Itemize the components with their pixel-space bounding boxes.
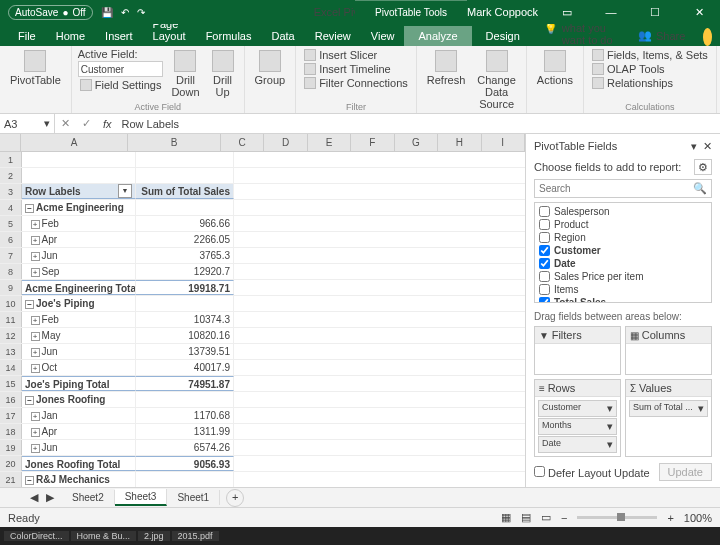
rows-area[interactable]: ≡ RowsCustomer▾Months▾Date▾ — [534, 379, 621, 457]
col-header[interactable]: G — [395, 134, 438, 151]
zoom-level[interactable]: 100% — [684, 512, 712, 524]
insert-timeline-button[interactable]: Insert Timeline — [302, 62, 410, 76]
grid-row[interactable]: 10−Joe's Piping — [0, 296, 525, 312]
enter-formula-icon[interactable]: ✓ — [76, 117, 97, 130]
zoom-out-icon[interactable]: − — [561, 512, 567, 524]
field-item[interactable]: Items — [537, 283, 709, 296]
view-normal-icon[interactable]: ▦ — [501, 511, 511, 524]
field-item[interactable]: Salesperson — [537, 205, 709, 218]
fx-icon[interactable]: fx — [97, 118, 118, 130]
relationships-button[interactable]: Relationships — [590, 76, 710, 90]
col-header[interactable]: D — [264, 134, 307, 151]
col-header[interactable]: A — [21, 134, 129, 151]
grid-row[interactable]: 1 — [0, 152, 525, 168]
windows-taskbar[interactable]: ColorDirect... Home & Bu... 2.jpg 2015.p… — [0, 527, 720, 545]
tab-data[interactable]: Data — [261, 26, 304, 46]
taskbar-item[interactable]: ColorDirect... — [4, 531, 69, 541]
grid-row[interactable]: 21−R&J Mechanics — [0, 472, 525, 487]
grid-row[interactable]: 8 +Sep12920.7 — [0, 264, 525, 280]
area-chip[interactable]: Customer▾ — [538, 400, 617, 417]
grid-row[interactable]: 20Jones Roofing Total9056.93 — [0, 456, 525, 472]
grid-row[interactable]: 9Acme Engineering Total19918.71 — [0, 280, 525, 296]
sheet-nav-next-icon[interactable]: ▶ — [46, 491, 54, 504]
col-header[interactable]: H — [438, 134, 481, 151]
close-icon[interactable]: ✕ — [684, 6, 714, 19]
tab-home[interactable]: Home — [46, 26, 95, 46]
grid-row[interactable]: 4−Acme Engineering — [0, 200, 525, 216]
grid-row[interactable]: 11 +Feb10374.3 — [0, 312, 525, 328]
sheet-tab[interactable]: Sheet1 — [167, 490, 220, 505]
field-search-input[interactable] — [539, 183, 693, 194]
col-header[interactable]: B — [128, 134, 221, 151]
filter-connections-button[interactable]: Filter Connections — [302, 76, 410, 90]
pane-close-icon[interactable]: ✕ — [703, 140, 712, 152]
grid-row[interactable]: 17 +Jan1170.68 — [0, 408, 525, 424]
redo-icon[interactable]: ↷ — [137, 7, 145, 18]
taskbar-item[interactable]: Home & Bu... — [71, 531, 137, 541]
grid-row[interactable]: 2 — [0, 168, 525, 184]
col-header[interactable]: F — [351, 134, 394, 151]
tab-file[interactable]: File — [8, 26, 46, 46]
grid-row[interactable]: 14 +Oct40017.9 — [0, 360, 525, 376]
columns-area[interactable]: ▦ Columns — [625, 326, 712, 375]
view-page-layout-icon[interactable]: ▤ — [521, 511, 531, 524]
tab-review[interactable]: Review — [305, 26, 361, 46]
defer-layout-checkbox[interactable]: Defer Layout Update — [534, 466, 650, 479]
worksheet-grid[interactable]: A B C D E F G H I 123Row Labels▼Sum of T… — [0, 134, 525, 487]
field-item[interactable]: Date — [537, 257, 709, 270]
taskbar-item[interactable]: 2.jpg — [138, 531, 170, 541]
olap-tools-button[interactable]: OLAP Tools — [590, 62, 710, 76]
tab-view[interactable]: View — [361, 26, 405, 46]
tab-formulas[interactable]: Formulas — [196, 26, 262, 46]
pane-dropdown-icon[interactable]: ▾ — [691, 140, 697, 152]
grid-row[interactable]: 3Row Labels▼Sum of Total Sales — [0, 184, 525, 200]
grid-row[interactable]: 13 +Jun13739.51 — [0, 344, 525, 360]
sheet-tab[interactable]: Sheet3 — [115, 489, 168, 506]
col-header[interactable]: C — [221, 134, 264, 151]
grid-row[interactable]: 5 +Feb966.66 — [0, 216, 525, 232]
area-chip[interactable]: Months▾ — [538, 418, 617, 435]
grid-row[interactable]: 7 +Jun3765.3 — [0, 248, 525, 264]
select-all-corner[interactable] — [0, 134, 21, 151]
maximize-icon[interactable]: ☐ — [640, 6, 670, 19]
minimize-icon[interactable]: — — [596, 6, 626, 18]
field-search[interactable]: 🔍 — [534, 179, 712, 198]
update-button[interactable]: Update — [659, 463, 712, 481]
ribbon-options-icon[interactable]: ▭ — [552, 6, 582, 19]
zoom-in-icon[interactable]: + — [667, 512, 673, 524]
drill-down-button[interactable]: Drill Down — [167, 48, 203, 100]
name-box[interactable]: A3 — [4, 118, 17, 130]
undo-icon[interactable]: ↶ — [121, 7, 129, 18]
grid-row[interactable]: 19 +Jun6574.26 — [0, 440, 525, 456]
grid-row[interactable]: 15Joe's Piping Total74951.87 — [0, 376, 525, 392]
area-chip[interactable]: Sum of Total ...▾ — [629, 400, 708, 417]
field-item[interactable]: Total Sales — [537, 296, 709, 303]
share-button[interactable]: 👥Share — [628, 25, 695, 46]
cancel-formula-icon[interactable]: ✕ — [55, 117, 76, 130]
filters-area[interactable]: ▼ Filters — [534, 326, 621, 375]
drill-up-button[interactable]: Drill Up — [208, 48, 238, 100]
field-item[interactable]: Customer — [537, 244, 709, 257]
gear-icon[interactable]: ⚙ — [694, 159, 712, 175]
grid-row[interactable]: 16−Jones Roofing — [0, 392, 525, 408]
tab-analyze[interactable]: Analyze — [404, 26, 471, 46]
formula-input[interactable] — [118, 118, 720, 130]
field-item[interactable]: Product — [537, 218, 709, 231]
add-sheet-button[interactable]: + — [226, 489, 244, 507]
field-item[interactable]: Sales Price per item — [537, 270, 709, 283]
pivottable-button[interactable]: PivotTable — [6, 48, 65, 88]
taskbar-item[interactable]: 2015.pdf — [172, 531, 219, 541]
field-settings-button[interactable]: Field Settings — [78, 78, 164, 92]
fields-items-sets-button[interactable]: Fields, Items, & Sets — [590, 48, 710, 62]
grid-row[interactable]: 12 +May10820.16 — [0, 328, 525, 344]
autosave-toggle[interactable]: AutoSave ● Off — [8, 5, 93, 20]
insert-slicer-button[interactable]: Insert Slicer — [302, 48, 410, 62]
change-data-source-button[interactable]: Change Data Source — [473, 48, 520, 112]
zoom-slider[interactable] — [577, 516, 657, 519]
feedback-icon[interactable] — [703, 28, 712, 46]
field-item[interactable]: Region — [537, 231, 709, 244]
sheet-tab[interactable]: Sheet2 — [62, 490, 115, 505]
col-header[interactable]: I — [482, 134, 525, 151]
tab-design[interactable]: Design — [472, 26, 534, 46]
grid-row[interactable]: 6 +Apr2266.05 — [0, 232, 525, 248]
